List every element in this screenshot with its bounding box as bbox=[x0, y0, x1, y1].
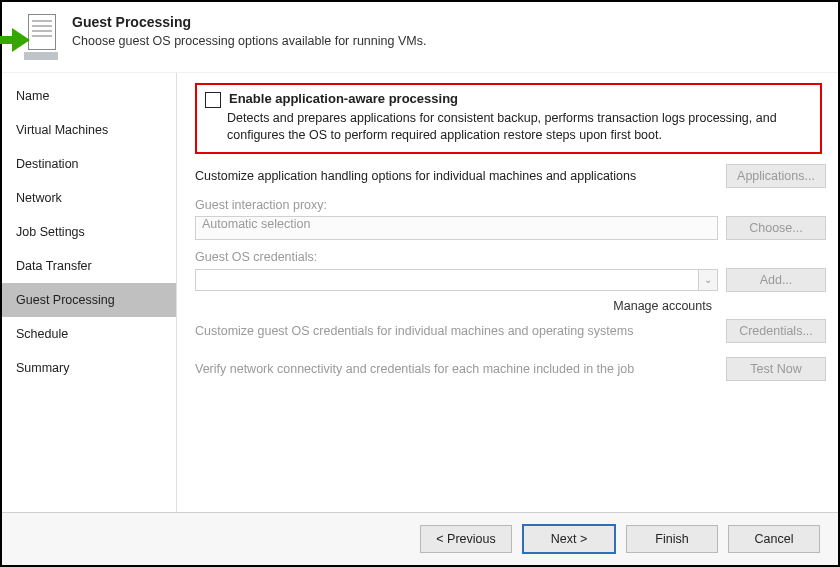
step-schedule[interactable]: Schedule bbox=[2, 317, 176, 351]
wizard-window: Guest Processing Choose guest OS process… bbox=[0, 0, 840, 567]
step-network[interactable]: Network bbox=[2, 181, 176, 215]
highlight-enable-app-aware: Enable application-aware processing Dete… bbox=[195, 83, 822, 154]
customize-creds-text: Customize guest OS credentials for indiv… bbox=[195, 324, 718, 338]
wizard-body: Name Virtual Machines Destination Networ… bbox=[2, 72, 838, 513]
enable-app-aware-label: Enable application-aware processing bbox=[229, 91, 458, 106]
applications-button: Applications... bbox=[726, 164, 826, 188]
step-job-settings[interactable]: Job Settings bbox=[2, 215, 176, 249]
cancel-button[interactable]: Cancel bbox=[728, 525, 820, 553]
enable-app-aware-description: Detects and prepares applications for co… bbox=[227, 110, 810, 144]
finish-button[interactable]: Finish bbox=[626, 525, 718, 553]
step-virtual-machines[interactable]: Virtual Machines bbox=[2, 113, 176, 147]
page-subtitle: Choose guest OS processing options avail… bbox=[72, 34, 426, 48]
wizard-steps-sidebar: Name Virtual Machines Destination Networ… bbox=[2, 73, 177, 513]
manage-accounts-link[interactable]: Manage accounts bbox=[613, 299, 712, 313]
next-button[interactable]: Next > bbox=[522, 524, 616, 554]
step-destination[interactable]: Destination bbox=[2, 147, 176, 181]
guest-creds-select: ⌄ bbox=[195, 269, 718, 291]
chevron-down-icon: ⌄ bbox=[698, 270, 717, 290]
test-now-button: Test Now bbox=[726, 357, 826, 381]
guest-creds-label: Guest OS credentials: bbox=[195, 250, 826, 264]
wizard-header: Guest Processing Choose guest OS process… bbox=[2, 2, 838, 72]
step-data-transfer[interactable]: Data Transfer bbox=[2, 249, 176, 283]
customize-apps-text: Customize application handling options f… bbox=[195, 169, 718, 183]
enable-app-aware-checkbox[interactable] bbox=[205, 92, 221, 108]
credentials-button: Credentials... bbox=[726, 319, 826, 343]
previous-button[interactable]: < Previous bbox=[420, 525, 512, 553]
verify-text: Verify network connectivity and credenti… bbox=[195, 362, 718, 376]
choose-proxy-button: Choose... bbox=[726, 216, 826, 240]
wizard-content: Enable application-aware processing Dete… bbox=[177, 73, 838, 513]
step-guest-processing[interactable]: Guest Processing bbox=[2, 283, 176, 317]
guest-processing-icon bbox=[12, 14, 58, 64]
step-name[interactable]: Name bbox=[2, 79, 176, 113]
add-credentials-button: Add... bbox=[726, 268, 826, 292]
guest-proxy-label: Guest interaction proxy: bbox=[195, 198, 826, 212]
step-summary[interactable]: Summary bbox=[2, 351, 176, 385]
wizard-footer: < Previous Next > Finish Cancel bbox=[2, 512, 838, 565]
guest-proxy-input: Automatic selection bbox=[195, 216, 718, 240]
page-title: Guest Processing bbox=[72, 14, 426, 30]
